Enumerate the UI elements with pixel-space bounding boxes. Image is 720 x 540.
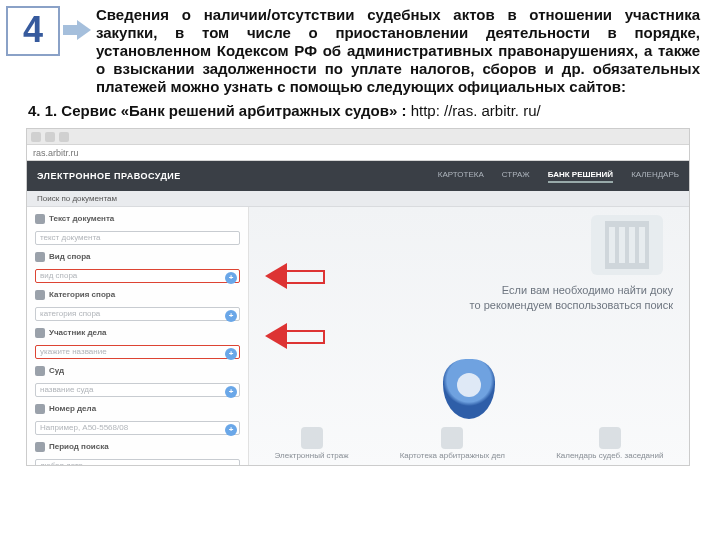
browser-toolbar [27,129,689,145]
section-paragraph: Сведения о наличии/отсутствии судебных а… [96,6,700,96]
folder-icon [441,427,463,449]
expand-icon[interactable]: + [225,348,237,360]
subsection-prefix: 4. 1. Сервис «Банк решений арбитражных с… [28,102,411,119]
input-period[interactable]: любая дата [35,459,240,466]
input-text[interactable]: текст документа [35,231,240,245]
section-number: 4 [6,6,60,56]
callout-arrow-icon [265,263,325,289]
calendar-icon [35,442,45,452]
input-participant[interactable]: укажите название+ [35,345,240,359]
promo-text: Если вам необходимо найти доку то рекоме… [413,283,673,313]
courthouse-icon [591,215,663,275]
expand-icon[interactable]: + [225,386,237,398]
expand-icon[interactable]: + [225,424,237,436]
tag-icon [35,290,45,300]
nav-back-icon[interactable] [31,132,41,142]
callout-arrow-icon [265,323,325,349]
label-category: Категория спора [35,289,240,301]
input-kind[interactable]: вид спора+ [35,269,240,283]
tab-kartoteka[interactable]: КАРТОТЕКА [438,169,484,183]
site-tabs: КАРТОТЕКА СТРАЖ БАНК РЕШЕНИЙ КАЛЕНДАРЬ [438,169,679,183]
tab-bank[interactable]: БАНК РЕШЕНИЙ [548,169,613,183]
person-icon [35,328,45,338]
nav-reload-icon[interactable] [59,132,69,142]
text-icon [35,214,45,224]
label-court: Суд [35,365,240,377]
list-icon [35,252,45,262]
address-bar[interactable]: ras.arbitr.ru [27,145,689,161]
link-kartoteka[interactable]: Картотека арбитражных дел [400,427,505,461]
tab-calendar[interactable]: КАЛЕНДАРЬ [631,169,679,183]
site-subheader: Поиск по документам [27,191,689,207]
shield-icon [443,359,495,419]
expand-icon[interactable]: + [225,310,237,322]
arrow-right-icon [60,6,96,40]
label-participant: Участник дела [35,327,240,339]
subsection-line: 4. 1. Сервис «Банк решений арбитражных с… [0,98,720,128]
label-text: Текст документа [35,213,240,225]
label-period: Период поиска [35,441,240,453]
label-case: Номер дела [35,403,240,415]
subsection-url: http: //ras. arbitr. ru/ [411,102,541,119]
calendar-small-icon [599,427,621,449]
site-brand: ЭЛЕКТРОННОЕ ПРАВОСУДИЕ [37,170,181,182]
input-case[interactable]: Например, А50-5568/08+ [35,421,240,435]
label-kind: Вид спора [35,251,240,263]
input-category[interactable]: категория спора+ [35,307,240,321]
tab-strazh[interactable]: СТРАЖ [502,169,530,183]
footer-links: Электронный страж Картотека арбитражных … [249,427,689,461]
input-court[interactable]: название суда+ [35,383,240,397]
screenshot-frame: ras.arbitr.ru ЭЛЕКТРОННОЕ ПРАВОСУДИЕ КАР… [26,128,690,466]
site-header: ЭЛЕКТРОННОЕ ПРАВОСУДИЕ КАРТОТЕКА СТРАЖ Б… [27,161,689,191]
nav-fwd-icon[interactable] [45,132,55,142]
link-calendar[interactable]: Календарь судеб. заседаний [556,427,663,461]
court-icon [35,366,45,376]
shield-small-icon [301,427,323,449]
expand-icon[interactable]: + [225,272,237,284]
search-sidebar: Текст документа текст документа Вид спор… [27,207,249,466]
hash-icon [35,404,45,414]
link-strazh[interactable]: Электронный страж [275,427,349,461]
